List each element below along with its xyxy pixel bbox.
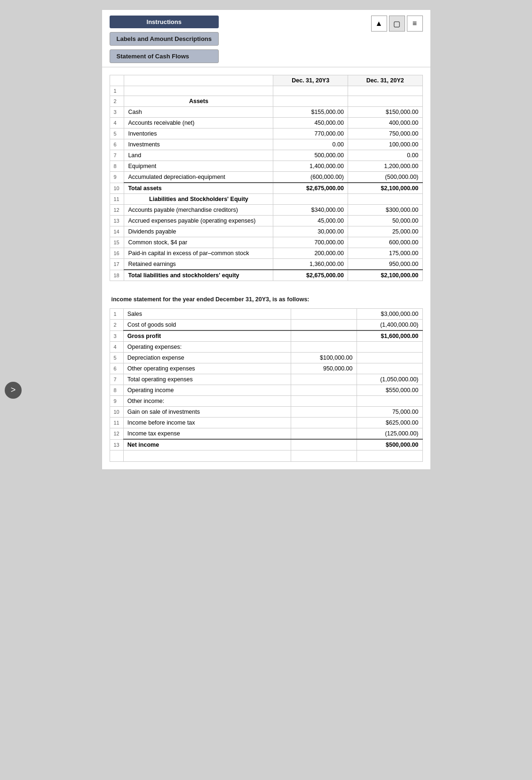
row-num: 11 xyxy=(110,194,124,205)
row-num: 12 xyxy=(110,205,124,216)
row-label: Gain on sale of investments xyxy=(123,407,291,418)
nav-forward-button[interactable]: > xyxy=(5,382,22,399)
row-val2: $550,000.00 xyxy=(357,385,422,396)
row-num: 4 xyxy=(110,118,124,129)
window-button[interactable]: ▢ xyxy=(389,16,405,32)
row-val1: 500,000.00 xyxy=(273,150,348,161)
table-row xyxy=(110,450,422,462)
row-val2: $300,000.00 xyxy=(348,205,422,216)
row-val1: 200,000.00 xyxy=(273,248,348,259)
row-label: Total liabilities and stockholders' equi… xyxy=(124,270,273,281)
row-val1: 30,000.00 xyxy=(273,226,348,237)
row-val2 xyxy=(357,450,422,462)
row-val1: $2,675,000.00 xyxy=(273,270,348,281)
table-row: 9 Accumulated depreciation-equipment (60… xyxy=(110,172,422,183)
row-num: 6 xyxy=(110,139,124,150)
row-val1: (600,000.00) xyxy=(273,172,348,183)
row-num: 14 xyxy=(110,226,124,237)
row-num xyxy=(110,450,123,462)
row-label: Land xyxy=(124,150,273,161)
table-row: 17 Retained earnings 1,360,000.00 950,00… xyxy=(110,259,422,270)
row-label: Common stock, $4 par xyxy=(124,237,273,248)
menu-button[interactable]: ≡ xyxy=(407,16,423,32)
row-val2: $2,100,000.00 xyxy=(348,270,422,281)
row-val2: 0.00 xyxy=(348,150,422,161)
table-row: 3 Cash $155,000.00 $150,000.00 xyxy=(110,107,422,118)
instructions-button[interactable]: Instructions xyxy=(110,16,219,28)
toolbar: Instructions Labels and Amount Descripti… xyxy=(102,10,430,67)
table-row: 15 Common stock, $4 par 700,000.00 600,0… xyxy=(110,237,422,248)
row-val1 xyxy=(273,96,348,107)
row-num: 13 xyxy=(110,439,123,450)
row-val1: 1,400,000.00 xyxy=(273,161,348,172)
row-label: Accounts payable (merchandise creditors) xyxy=(124,205,273,216)
row-val2: $625,000.00 xyxy=(357,418,422,428)
table-row: 4 Operating expenses: xyxy=(110,342,422,353)
row-val2: 175,000.00 xyxy=(348,248,422,259)
row-val1: 0.00 xyxy=(273,139,348,150)
row-label: Depreciation expense xyxy=(123,353,291,363)
table-row: 12 Income tax expense (125,000.00) xyxy=(110,428,422,440)
row-val2: (1,050,000.00) xyxy=(357,374,422,385)
row-label: Paid-in capital in excess of par–common … xyxy=(124,248,273,259)
row-num: 2 xyxy=(110,320,123,331)
row-val2 xyxy=(357,353,422,363)
statement-button[interactable]: Statement of Cash Flows xyxy=(110,49,219,63)
row-val2: 750,000.00 xyxy=(348,129,422,139)
row-val1: 450,000.00 xyxy=(273,118,348,129)
row-val1 xyxy=(291,374,357,385)
row-val2: 950,000.00 xyxy=(348,259,422,270)
page-container: Instructions Labels and Amount Descripti… xyxy=(102,9,431,470)
row-label: Net income xyxy=(123,439,291,450)
table-row: 5 Inventories 770,000.00 750,000.00 xyxy=(110,129,422,139)
row-num: 3 xyxy=(110,107,124,118)
row-val2: $150,000.00 xyxy=(348,107,422,118)
row-label xyxy=(123,450,291,462)
row-label: Cash xyxy=(124,107,273,118)
table-row: 18 Total liabilities and stockholders' e… xyxy=(110,270,422,281)
row-val1 xyxy=(291,330,357,342)
labels-button[interactable]: Labels and Amount Descriptions xyxy=(110,32,219,46)
row-val2: (125,000.00) xyxy=(357,428,422,440)
table-row: 8 Operating income $550,000.00 xyxy=(110,385,422,396)
row-val1 xyxy=(273,86,348,96)
row-label: Dividends payable xyxy=(124,226,273,237)
row-num: 7 xyxy=(110,150,124,161)
row-val2: (1,400,000.00) xyxy=(357,320,422,331)
row-num: 4 xyxy=(110,342,123,353)
row-val1: 950,000.00 xyxy=(291,363,357,374)
balance-sheet-table: Dec. 31, 20Y3 Dec. 31, 20Y2 1 2 Assets 3… xyxy=(110,75,423,281)
table-row: 12 Accounts payable (merchandise credito… xyxy=(110,205,422,216)
row-val2: $500,000.00 xyxy=(357,439,422,450)
bs-header-num xyxy=(110,75,124,86)
table-row: 2 Cost of goods sold (1,400,000.00) xyxy=(110,320,422,331)
row-val1 xyxy=(291,385,357,396)
up-arrow-icon: ▲ xyxy=(375,19,383,28)
row-num: 11 xyxy=(110,418,123,428)
row-num: 1 xyxy=(110,86,124,96)
row-num: 8 xyxy=(110,385,123,396)
row-label: Accrued expenses payable (operating expe… xyxy=(124,216,273,226)
row-num: 16 xyxy=(110,248,124,259)
up-arrow-button[interactable]: ▲ xyxy=(371,16,387,32)
row-val2 xyxy=(357,342,422,353)
bs-header-label xyxy=(124,75,273,86)
row-num: 17 xyxy=(110,259,124,270)
row-val2: 100,000.00 xyxy=(348,139,422,150)
row-val2: 400,000.00 xyxy=(348,118,422,129)
row-label: Operating income xyxy=(123,385,291,396)
row-val1 xyxy=(291,418,357,428)
row-label: Inventories xyxy=(124,129,273,139)
row-label: Sales xyxy=(123,309,291,320)
row-val2 xyxy=(357,396,422,407)
row-label: Total assets xyxy=(124,183,273,194)
table-row: 10 Gain on sale of investments 75,000.00 xyxy=(110,407,422,418)
row-num: 2 xyxy=(110,96,124,107)
row-label: Assets xyxy=(124,96,273,107)
table-row: 9 Other income: xyxy=(110,396,422,407)
row-val2: 75,000.00 xyxy=(357,407,422,418)
row-val1 xyxy=(291,309,357,320)
row-val2: 25,000.00 xyxy=(348,226,422,237)
row-label: Investments xyxy=(124,139,273,150)
row-label: Operating expenses: xyxy=(123,342,291,353)
